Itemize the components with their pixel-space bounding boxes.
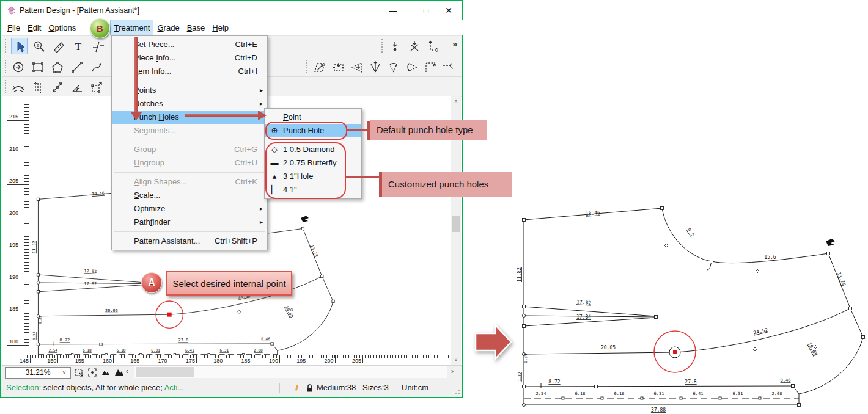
status-separator	[279, 383, 280, 393]
large-mountain-icon	[114, 368, 124, 377]
tool-insert-point[interactable]	[386, 38, 403, 54]
measure-label: 17.84	[576, 314, 591, 320]
menu-item-ungroup: UngroupCtrl+U	[112, 156, 267, 170]
menu-item-label: Optimize	[134, 204, 165, 213]
menu-item-label: Align Shapes...	[134, 177, 187, 186]
selected-internal-point[interactable]	[167, 313, 172, 317]
tool-cross-point[interactable]	[406, 38, 422, 54]
close-button[interactable]: ✕	[435, 1, 462, 20]
menu-item-pathfinder[interactable]: Pathfinder▸	[112, 216, 267, 229]
menubar-item-grade[interactable]: Grade	[153, 20, 183, 35]
tool-taper[interactable]	[348, 59, 365, 75]
toolbar-grip[interactable]	[5, 60, 9, 73]
scroll-right-button[interactable]: ›	[451, 367, 454, 376]
menubar-item-help[interactable]: Help	[208, 20, 232, 35]
pattern-piece-result: 18.46 11.82 9.5 15.6 13.78 17.82 17.84 2…	[517, 198, 868, 414]
toolbar-grip[interactable]	[306, 60, 309, 73]
more-tools-chevron[interactable]: »	[452, 38, 457, 49]
scroll-down-button[interactable]: ∨	[451, 355, 461, 365]
fan-icon	[369, 60, 382, 74]
vertical-scroll-thumb[interactable]	[452, 216, 460, 232]
title-bar: Pattern Design - [Pattern Assisant*] — □…	[1, 1, 462, 20]
tool-corner-raise[interactable]	[422, 59, 438, 75]
zoom-level-select[interactable]: 31.21% ∨	[5, 367, 71, 379]
measure-label: 1.37	[32, 332, 36, 340]
tool-spread[interactable]	[49, 79, 65, 95]
dropdown-arrow-icon[interactable]: ∨	[59, 368, 69, 378]
measure-label: 20.05	[601, 345, 616, 350]
measure-label: 2.68	[254, 348, 263, 352]
fit-view-button[interactable]	[87, 368, 98, 377]
menubar-item-options[interactable]: Options	[45, 20, 79, 35]
curve-icon	[90, 60, 103, 74]
menu-item-optimize[interactable]: Optimize▸	[112, 202, 267, 216]
tool-move-point[interactable]	[10, 59, 26, 75]
measure-label: 0.46	[261, 336, 270, 341]
tool-line[interactable]	[68, 59, 85, 75]
menu-item-label: Ungroup	[134, 158, 164, 167]
taper-icon	[350, 60, 364, 74]
tool-shear[interactable]	[312, 59, 328, 75]
tool-fan[interactable]	[367, 59, 383, 75]
toolbar-grip[interactable]	[5, 80, 9, 93]
tool-zoom[interactable]: Z	[31, 38, 47, 54]
status-hint: Selection: select objects, Alt for whole…	[6, 379, 184, 396]
hruler-label: 175	[181, 358, 195, 364]
menubar-item-treatment[interactable]: Treatment	[110, 20, 153, 35]
measure-label: 6.31	[219, 348, 229, 352]
result-arrow	[474, 322, 513, 361]
horizontal-ruler: 145150155160165170175180185190195200205	[2, 355, 451, 365]
tool-polygon[interactable]	[49, 59, 65, 75]
status-selection-more[interactable]: Acti...	[164, 383, 185, 392]
tool-rectangle[interactable]	[29, 59, 46, 75]
tool-fan-rotate[interactable]	[385, 59, 402, 75]
app-icon	[7, 5, 17, 15]
hruler-label: 190	[264, 358, 278, 364]
spread-arrows-icon	[51, 81, 64, 94]
menu-item-shortcut: Ctrl+E	[235, 38, 257, 51]
ruler-icon	[52, 40, 65, 53]
measure-label: 8.72	[60, 338, 70, 343]
step-arrow-horizontal	[185, 111, 267, 120]
vruler-label: 215	[4, 114, 18, 120]
menubar-item-file[interactable]: File	[4, 20, 24, 35]
tool-select[interactable]	[11, 38, 28, 54]
tool-arc-angle[interactable]	[68, 79, 85, 95]
toolbar-grip[interactable]	[381, 39, 385, 53]
measure-label: 6.18	[117, 348, 126, 352]
menubar-item-edit[interactable]: Edit	[24, 20, 45, 35]
zoom-in-button[interactable]	[114, 368, 125, 377]
tool-corner-flat[interactable]	[440, 59, 457, 75]
tool-text[interactable]: T	[70, 38, 86, 54]
tool-ruler[interactable]	[50, 38, 67, 54]
zoom-out-button[interactable]	[100, 368, 111, 377]
tool-transform[interactable]	[88, 79, 105, 95]
tool-axis-point[interactable]	[425, 38, 442, 54]
measure-label: 2.54	[48, 348, 57, 352]
tool-pleat[interactable]	[29, 79, 46, 95]
tool-adjust-curve[interactable]	[10, 79, 26, 95]
scroll-left-button[interactable]: ‹	[126, 367, 128, 376]
menubar-item-base[interactable]: Base	[183, 20, 209, 35]
toolbar-grip[interactable]	[5, 39, 9, 53]
measure-label: 6.41	[693, 391, 704, 396]
measure-label: 24.52	[753, 327, 769, 335]
minimize-button[interactable]: —	[380, 1, 406, 20]
tool-stretch[interactable]	[330, 59, 347, 75]
horizontal-scroll-thumb[interactable]	[136, 367, 194, 377]
status-selection-body: select objects, Alt for whole piece;	[41, 383, 164, 392]
callout-select-point: Select desired internal point	[166, 271, 292, 296]
menu-item-pattern-assistant[interactable]: Pattern Assistant...Ctrl+Shift+P	[112, 234, 267, 248]
submenu-arrow-icon: ▸	[260, 216, 263, 229]
resize-grip[interactable]	[455, 389, 460, 394]
page: { "window": { "title": "Pattern Design -…	[0, 0, 868, 414]
hruler-label: 205	[347, 358, 361, 364]
tool-split[interactable]	[89, 38, 106, 54]
tool-fan-close[interactable]	[403, 59, 420, 75]
frame-select-button[interactable]	[73, 368, 84, 377]
measure-label: 6.18	[575, 391, 586, 396]
scroll-up-button[interactable]: ∧	[451, 96, 461, 106]
tool-curve[interactable]	[88, 59, 105, 75]
status-bar: Selection: select objects, Alt for whole…	[1, 379, 462, 397]
menu-item-scale[interactable]: Scale...	[112, 189, 267, 202]
